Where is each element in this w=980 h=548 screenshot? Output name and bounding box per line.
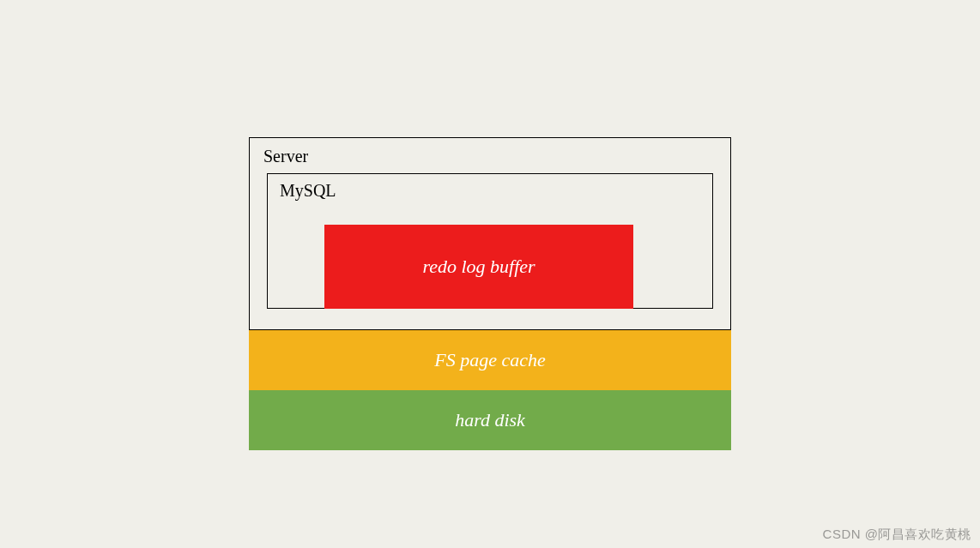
hard-disk-label: hard disk — [455, 409, 525, 431]
mysql-label: MySQL — [280, 181, 712, 201]
server-label: Server — [263, 147, 718, 166]
mysql-box: MySQL redo log buffer — [267, 173, 713, 309]
redo-log-buffer-box: redo log buffer — [324, 225, 633, 309]
watermark-text: CSDN @阿昌喜欢吃黄桃 — [823, 527, 971, 543]
io-layers-diagram: Server MySQL redo log buffer FS page cac… — [249, 137, 731, 450]
hard-disk-box: hard disk — [249, 390, 731, 450]
server-box: Server MySQL redo log buffer — [249, 137, 731, 330]
fs-page-cache-box: FS page cache — [249, 330, 731, 390]
redo-log-buffer-label: redo log buffer — [422, 256, 535, 278]
fs-page-cache-label: FS page cache — [434, 349, 546, 371]
